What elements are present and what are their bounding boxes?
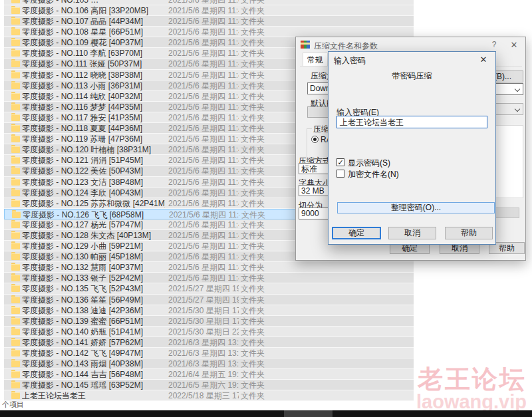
- date-modified: 2021/5/6 星期四 11:49: [168, 59, 239, 69]
- checkbox-icon[interactable]: ✓: [336, 158, 344, 166]
- folder-name: 零度摄影 - NO.139 蜜蜜 [66P51M]: [22, 317, 165, 327]
- folder-icon: [11, 297, 20, 303]
- folder-name: 零度摄影 - NO.122 美佐 [50P43M]: [22, 166, 165, 176]
- password-cancel-button[interactable]: 取消: [388, 227, 436, 239]
- folder-name: 零度摄影 - NO.140 奶瓶 [51P41M]: [22, 327, 165, 337]
- chevron-down-icon: [515, 106, 520, 112]
- date-modified: 2021/5/6 星期四 11:49: [168, 199, 239, 209]
- date-modified: 2021/5/30 星期日 17:...: [168, 306, 239, 316]
- table-row[interactable]: 零度摄影 - NO.136 笙笙 [56P49M] 2021/5/27 星期四 …: [4, 295, 414, 305]
- item-type: 文件夹: [241, 81, 265, 91]
- date-modified: 2021/5/6 星期四 11:49: [168, 263, 239, 273]
- item-type: 文件夹: [241, 27, 265, 37]
- checkbox-icon[interactable]: [336, 170, 344, 178]
- rar-radio[interactable]: [311, 136, 319, 143]
- folder-icon: [11, 200, 20, 207]
- item-type: 文件夹: [241, 188, 265, 198]
- table-row[interactable]: 零度摄影 - NO.142 飞飞 [49P47M] 2021/6/3 星期四 1…: [4, 348, 414, 358]
- tab-general[interactable]: 常规: [303, 53, 328, 67]
- status-bar: 个项目: [0, 400, 281, 410]
- item-type: 文件夹: [241, 70, 265, 80]
- folder-name: 零度摄影 - NO.133 银子 [52P42M]: [22, 273, 165, 283]
- folder-name: 零度摄影 - NO.129 小曲 [59P21M]: [22, 241, 165, 251]
- folder-name: 零度摄影 - NO.125 苏苏和微微 [42P41M]: [22, 199, 165, 209]
- item-type: 文件夹: [241, 338, 265, 348]
- folder-name: 零度摄影 - NO.143 雨烟 [40P38M]: [22, 359, 165, 369]
- table-row[interactable]: 零度摄影 - NO.139 蜜蜜 [66P51M] 2021/5/30 星期日 …: [4, 316, 414, 327]
- folder-name: 零度摄影 - NO.123 文洁 [38P48M]: [22, 178, 165, 188]
- folder-name: 零度摄影 - NO.136 笙笙 [56P49M]: [22, 295, 165, 305]
- folder-name: 零度摄影 - NO.132 慧雨 [40P37M]: [22, 263, 165, 273]
- folder-icon: [11, 29, 20, 35]
- folder-name: 零度摄影 - NO.138 迪迪 [42P36M]: [22, 306, 165, 316]
- date-modified: 2021/5/6 星期四 11:49: [168, 102, 239, 112]
- table-row[interactable]: 零度摄影 - NO.145 瑶瑶 [63P52M] 2021/6/5 星期六 1…: [4, 380, 414, 390]
- date-modified: 2021/5/6 星期四 11:49: [168, 252, 239, 262]
- item-type: 文件夹: [241, 231, 265, 241]
- date-modified: 2021/5/6 星期四 11:49: [168, 156, 239, 166]
- winrar-icon: [301, 41, 310, 49]
- table-row[interactable]: 零度摄影 - NO.132 慧雨 [40P37M] 2021/5/6 星期四 1…: [4, 262, 414, 273]
- table-row[interactable]: 零度摄影 - NO.108 星星 [66P51M] 2021/5/6 星期四 1…: [4, 27, 414, 37]
- folder-icon: [11, 382, 20, 388]
- folder-icon: [11, 125, 20, 132]
- date-modified: 2021/5/6 星期四 11:49: [168, 188, 239, 198]
- password-dialog-header: 带密码压缩: [329, 70, 495, 82]
- date-modified: 2021/5/6 星期四 11:49: [168, 0, 239, 5]
- item-type: 文件夹: [241, 38, 265, 48]
- item-type: 文件夹: [241, 113, 265, 123]
- folder-name: 零度摄影 - NO.112 晓晓 [38P38M]: [22, 70, 165, 80]
- folder-icon: [11, 0, 20, 3]
- item-type: 文件夹: [241, 306, 265, 316]
- close-icon[interactable]: ✕: [508, 39, 520, 51]
- item-type: 文件夹: [241, 134, 265, 144]
- password-help-button[interactable]: 帮助: [445, 227, 493, 239]
- close-icon[interactable]: ✕: [477, 54, 490, 65]
- folder-name: 零度摄影 - NO.135 飞飞 [52P43M]: [22, 284, 165, 294]
- date-modified: 2021/6/5 星期六 19:06: [168, 380, 239, 390]
- item-type: 文件夹: [241, 178, 265, 188]
- item-type: 文件夹: [241, 102, 265, 112]
- folder-name: 零度摄影 - NO.110 李航 [63P70M]: [22, 49, 165, 59]
- folder-name: 零度摄影 - NO.124 李欣 [40P43M]: [22, 188, 165, 198]
- folder-icon: [11, 275, 20, 281]
- table-row[interactable]: 零度摄影 - NO.105 … 2021/5/6 星期四 11:49 文件夹: [4, 0, 414, 5]
- table-row[interactable]: 零度摄影 - NO.143 雨烟 [40P38M] 2021/6/3 星期四 1…: [4, 358, 414, 369]
- folder-name: 零度摄影 - NO.144 吉吉 [56P48M]: [22, 370, 165, 380]
- table-row[interactable]: 零度摄影 - NO.138 迪迪 [42P36M] 2021/5/30 星期日 …: [4, 305, 414, 316]
- date-modified: 2021/6/3 星期四 13:17: [168, 348, 239, 358]
- date-modified: 2021/5/30 星期日 17:...: [168, 317, 239, 327]
- item-type: 文件夹: [241, 92, 265, 102]
- table-row[interactable]: 零度摄影 - NO.141 娇娇 [57P62M] 2021/6/3 星期四 1…: [4, 337, 414, 348]
- archive-dialog-titlebar[interactable]: 压缩文件名和参数 ? ✕: [296, 37, 525, 53]
- folder-name: 零度摄影 - NO.105 …: [22, 0, 165, 5]
- folder-name: 零度摄影 - NO.106 高阳 [33P20MB]: [22, 6, 165, 16]
- item-type: 文件夹: [241, 370, 265, 380]
- folder-name: 零度摄影 - NO.109 樱花 [40P37M]: [22, 38, 165, 48]
- table-row[interactable]: 零度摄影 - NO.133 银子 [52P42M] 2021/5/6 星期四 1…: [4, 273, 414, 283]
- table-row[interactable]: 零度摄影 - NO.140 奶瓶 [51P41M] 2021/5/30 星期日 …: [4, 327, 414, 337]
- item-type: 文件夹: [241, 210, 265, 220]
- item-count-text: 个项目: [2, 400, 24, 408]
- dialog-help-icon[interactable]: ?: [488, 39, 500, 51]
- password-input[interactable]: 上老王论坛当老王: [336, 116, 487, 128]
- taskbar[interactable]: [0, 410, 532, 417]
- table-row[interactable]: 零度摄影 - NO.144 吉吉 [56P48M] 2021/6/4 星期五 1…: [4, 369, 414, 380]
- folder-icon: [11, 285, 20, 292]
- folder-icon: [11, 18, 20, 25]
- table-row[interactable]: 零度摄影 - NO.107 晶晶 [44P34M] 2021/5/6 星期四 1…: [4, 16, 414, 27]
- item-type: 文件夹: [241, 145, 265, 155]
- table-row[interactable]: 零度摄影 - NO.106 高阳 [33P20MB] 2021/5/6 星期四 …: [4, 5, 414, 16]
- folder-icon: [11, 392, 20, 399]
- folder-name: 零度摄影 - NO.113 小雨 [36P31M]: [22, 81, 165, 91]
- item-type: 文件夹: [241, 263, 265, 273]
- item-type: 文件夹: [241, 284, 265, 294]
- table-row[interactable]: 零度摄影 - NO.135 飞飞 [52P43M] 2021/5/27 星期四 …: [4, 283, 414, 294]
- item-type: 文件夹: [241, 380, 265, 390]
- organize-passwords-button[interactable]: 整理密码(O)...: [337, 202, 495, 213]
- item-type: 文件夹: [241, 295, 265, 305]
- folder-icon: [11, 93, 20, 100]
- password-ok-button[interactable]: 确定: [332, 227, 381, 239]
- item-type: 文件夹: [241, 359, 265, 369]
- folder-name: 零度摄影 - NO.126 飞飞 [68P58M]: [23, 210, 166, 220]
